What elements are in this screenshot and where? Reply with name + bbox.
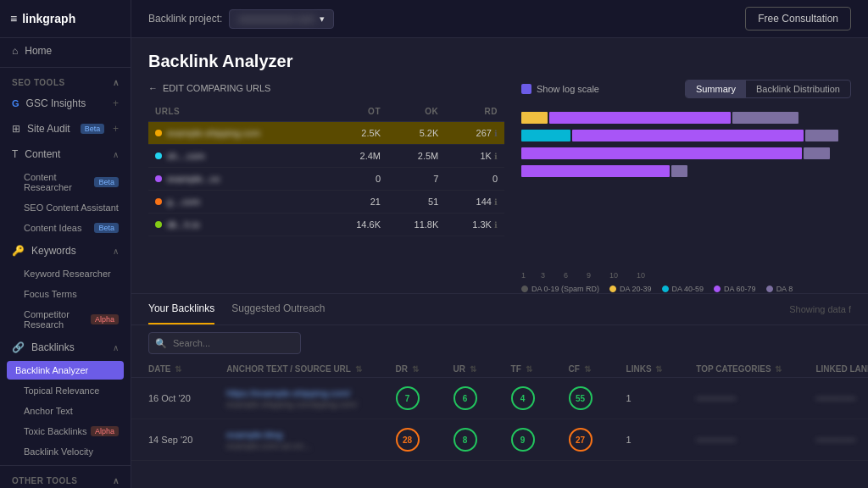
sidebar-item-site-audit[interactable]: ⊞ Site Audit Beta +: [0, 116, 131, 141]
sidebar-item-keywords[interactable]: 🔑 Keywords ∧: [0, 238, 131, 263]
beta-badge: Beta: [94, 223, 119, 233]
site-audit-icon: ⊞: [12, 123, 20, 135]
url-table-row[interactable]: example-shipping.com 2.5K 5.2K 267 ℹ: [148, 122, 504, 145]
alpha-badge: Alpha: [91, 314, 119, 324]
bar-segment: [572, 130, 803, 141]
project-selector[interactable]: xxxxxxxxxxxx.com ▾: [229, 9, 334, 29]
table-col-header[interactable]: LINKS ⇅: [609, 361, 680, 378]
plus-icon[interactable]: +: [113, 123, 119, 135]
sidebar-item-toxic-backlinks[interactable]: Toxic Backlinks Alpha: [0, 421, 131, 441]
url-comparison-table: URLS OT OK RD example-shipping.com 2.5K …: [148, 102, 504, 236]
info-icon[interactable]: ℹ: [494, 152, 498, 161]
table-col-header[interactable]: UR ⇅: [437, 361, 494, 378]
legend-label: DA 40-59: [672, 285, 704, 293]
legend-dot: [714, 286, 721, 292]
sidebar-item-label: Site Audit: [27, 123, 70, 135]
url-table-row[interactable]: example...co 0 7 0: [148, 168, 504, 191]
dr-cell: 7: [379, 378, 437, 419]
ur-badge: 8: [453, 428, 477, 452]
rd-value: 1.3K ℹ: [445, 214, 504, 236]
dr-badge: 7: [396, 386, 420, 410]
keywords-icon: 🔑: [12, 245, 25, 257]
table-col-header[interactable]: TF ⇅: [494, 361, 552, 378]
table-col-header[interactable]: DATE ⇅: [131, 361, 209, 378]
dr-cell: 28: [379, 419, 437, 461]
sort-icon: ⇅: [775, 364, 782, 374]
rd-value: 0: [445, 168, 504, 191]
url-table-row[interactable]: g....com 21 51 144 ℹ: [148, 191, 504, 214]
table-row[interactable]: 14 Sep '20 example-blog example.com/-an-…: [131, 419, 868, 461]
legend-item: DA 20-39: [609, 285, 652, 293]
info-icon[interactable]: ℹ: [494, 220, 498, 230]
sidebar-item-topical-relevance[interactable]: Topical Relevance: [0, 380, 131, 401]
edit-comparing-button[interactable]: ← EDIT COMPARING URLS: [148, 80, 504, 102]
sidebar-item-backlink-analyzer[interactable]: Backlink Analyzer: [7, 361, 124, 380]
sidebar-item-content[interactable]: T Content ∧: [0, 141, 131, 167]
table-col-header[interactable]: LINKED LANDIN ⇅: [798, 361, 868, 378]
home-icon: ⌂: [12, 45, 18, 57]
sidebar: ≡ linkgraph ⌂ Home SEO TOOLS ∧ G GSC Ins…: [0, 0, 131, 488]
ok-value: 7: [387, 168, 445, 191]
search-bar-section: 🔍: [131, 325, 868, 361]
url-main[interactable]: https://example-shipping.com/: [226, 388, 361, 398]
table-col-header[interactable]: CF ⇅: [552, 361, 609, 378]
bar-segment: [549, 112, 731, 124]
bar-segment: [521, 112, 548, 124]
table-col-header[interactable]: DR ⇅: [379, 361, 437, 378]
tab-suggested-outreach[interactable]: Suggested Outreach: [231, 294, 325, 324]
ok-value: 5.2K: [387, 122, 445, 145]
log-scale-checkbox[interactable]: [521, 84, 531, 94]
bar-row: [521, 128, 851, 143]
legend-item: DA 8: [766, 285, 793, 293]
plus-icon[interactable]: +: [113, 97, 119, 109]
url-table-row[interactable]: dk...h.io 14.6K 11.8K 1.3K ℹ: [148, 214, 504, 236]
sidebar-item-home[interactable]: ⌂ Home: [0, 38, 131, 64]
url-cell-text: example-shipping.com: [167, 128, 260, 138]
free-consultation-button[interactable]: Free Consultation: [745, 7, 851, 30]
info-icon[interactable]: ℹ: [494, 197, 498, 207]
url-sub: example-shipping.com/ipping.com/: [226, 400, 361, 409]
sidebar-item-keyword-researcher[interactable]: Keyword Researcher: [0, 263, 131, 284]
cf-badge: 55: [569, 386, 593, 410]
sidebar-item-focus-terms[interactable]: Focus Terms: [0, 284, 131, 304]
legend-label: DA 0-19 (Spam RD): [531, 285, 599, 293]
sidebar-item-backlink-velocity[interactable]: Backlink Velocity: [0, 441, 131, 462]
beta-badge: Beta: [81, 124, 105, 134]
sidebar-item-competitor-research[interactable]: Competitor Research Alpha: [0, 304, 131, 335]
sidebar-item-gsc-insights[interactable]: G GSC Insights +: [0, 91, 131, 116]
table-row[interactable]: 16 Oct '20 https://example-shipping.com/…: [131, 378, 868, 419]
beta-badge: Beta: [94, 177, 119, 187]
url-dot: [155, 152, 162, 159]
ur-cell: 8: [437, 419, 494, 461]
analyzer-section: ← EDIT COMPARING URLS URLS OT OK RD exa: [131, 80, 868, 293]
log-scale-toggle[interactable]: Show log scale: [521, 84, 599, 94]
ot-value: 14.6K: [330, 214, 387, 236]
table-col-header[interactable]: TOP CATEGORIES ⇅: [679, 361, 798, 378]
sidebar-section-other-tools: OTHER TOOLS ∧: [0, 469, 131, 488]
bar-segment: [732, 112, 798, 124]
col-ok: OK: [387, 102, 445, 122]
url-cell-text: example...co: [167, 174, 220, 184]
date-cell: 16 Oct '20: [131, 378, 209, 419]
sidebar-item-anchor-text[interactable]: Anchor Text: [0, 401, 131, 421]
chart-tab-summary[interactable]: Summary: [686, 80, 746, 97]
url-main[interactable]: example-blog: [226, 430, 361, 440]
sidebar-item-content-researcher[interactable]: Content Researcher Beta: [0, 167, 131, 197]
table-col-header[interactable]: ANCHOR TEXT / SOURCE URL ⇅: [209, 361, 378, 378]
sidebar-item-seo-content-assistant[interactable]: SEO Content Assistant: [0, 197, 131, 218]
sidebar-item-content-ideas[interactable]: Content Ideas Beta: [0, 218, 131, 238]
url-table-row[interactable]: sh....com 2.4M 2.5M 1K ℹ: [148, 145, 504, 168]
sidebar-item-label: GSC Insights: [26, 97, 86, 109]
sidebar-item-backlinks[interactable]: 🔗 Backlinks ∧: [0, 335, 131, 360]
chart-tab-backlink-distribution[interactable]: Backlink Distribution: [746, 80, 850, 97]
ot-value: 2.5K: [330, 122, 387, 145]
tf-cell: 9: [494, 419, 552, 461]
tf-cell: 4: [494, 378, 552, 419]
tab-your-backlinks[interactable]: Your Backlinks: [148, 294, 214, 324]
logo[interactable]: ≡ linkgraph: [0, 0, 131, 38]
search-input[interactable]: [148, 332, 301, 354]
bar-row: [521, 110, 851, 125]
chevron-up-icon: ∧: [113, 78, 120, 87]
ur-badge: 6: [453, 386, 477, 410]
info-icon[interactable]: ℹ: [494, 129, 498, 138]
